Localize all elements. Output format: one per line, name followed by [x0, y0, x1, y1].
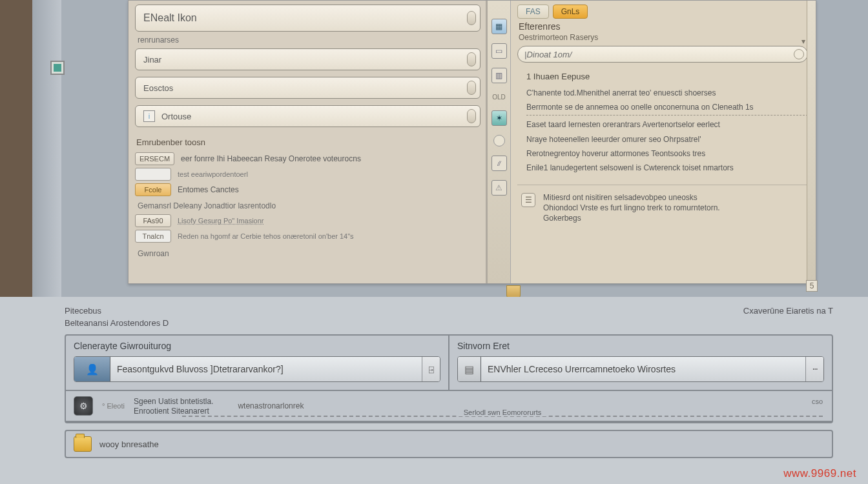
toolbar-chart-icon[interactable]: ⫽	[491, 156, 507, 171]
column-title: Clenerayte Giwrouiturog	[74, 341, 440, 351]
note-box: ☰ Mitiesrd ont nisitiren selsadevobpeo u…	[517, 185, 808, 227]
row-item: Tnalcn Reden na hgomf ar Cerbie tehos on…	[135, 230, 480, 243]
card-columns: Clenerayte Giwrouiturog 👤 Feasontgukvd B…	[66, 336, 832, 391]
combo-text: Feasontgukvd Bluvoss ]Dtetrararvankor?]	[110, 364, 422, 374]
chip-button[interactable]: Fcole	[135, 183, 171, 196]
dash-label: Serlodl swn Eomororurts	[459, 408, 546, 416]
body-line: Rerotnegrentoy hoverur attormones Teonts…	[526, 148, 808, 159]
row-text: test eeariwpordentoerl	[178, 170, 248, 178]
tab-fas[interactable]: FAS	[517, 5, 549, 19]
toolbar-box-icon[interactable]: ▭	[491, 43, 507, 59]
row-item: test eeariwpordentoerl	[135, 168, 480, 181]
toolbar-dot-icon[interactable]	[493, 135, 505, 146]
row2-extra: wtenastronarlonrek	[238, 401, 304, 410]
row-text: eer fonrre Ihi Habeecan Resay Onerotee v…	[181, 154, 361, 163]
column-2: Sitnvorn Eret ▤ ENVhler LCreceso Urerrca…	[448, 336, 832, 390]
lower-meta-row: Pitecebus Cxaverûne Eiaretis na T	[65, 306, 833, 316]
meta-sub: Belteanansi Arostendores D	[65, 318, 833, 328]
row-text: Reden na hgomf ar Cerbie tehos onæretoni…	[178, 232, 354, 240]
field-3-text: Eosctos	[143, 83, 173, 93]
card-row: ⚙ ° Eleoti Sgeen Uatist bntetistla. Enro…	[66, 391, 832, 422]
note-line: Mitiesrd ont nisitiren selsadevobpeo une…	[543, 193, 720, 202]
detail-body: 1 Ihuaen Eepuse C'hanente tod.Mhenithel …	[517, 72, 808, 173]
toolbar-picture-icon[interactable]: ▦	[491, 19, 507, 34]
column-title: Sitnvorn Eret	[457, 341, 824, 351]
corner-square[interactable]: 5	[806, 280, 818, 292]
title-sublabel: renrunarses	[138, 35, 480, 45]
body-line: Nraye hoteenellen leeurder omurer seo Oh…	[526, 134, 808, 145]
row-link[interactable]: Lisofy Gesurg Po" Imasionr	[178, 217, 264, 225]
person-icon: 👤	[74, 357, 110, 381]
body-line: Easet taard Iernesten orerantrars Averte…	[526, 119, 808, 130]
scrollbar[interactable]	[807, 1, 816, 283]
vertical-toolbar: ▦ ▭ ▥ OLD ✶ ⫽ ⚠	[488, 1, 511, 283]
search-input[interactable]: |Dinoat 1om/	[517, 46, 808, 63]
section-header: Emrubenber toosn	[136, 137, 480, 147]
toolbar-page-icon[interactable]: ▥	[491, 68, 507, 83]
subsection-label: Gemansrl Deleany Jonadtior lasrentodlo	[138, 201, 480, 210]
row2-line: Enrootient Siteanarert	[134, 407, 213, 416]
chip-button[interactable]: ERSECM	[135, 152, 174, 165]
toolbar-link-icon[interactable]: ✶	[491, 110, 507, 126]
detail-subtitle: Oestrimorteon Raserys	[519, 33, 808, 42]
combo-text: ENVhler LCreceso Urerrcamnetoeko Wirosrt…	[481, 364, 805, 374]
info-icon: i	[143, 110, 155, 122]
row2-small: ° Eleoti	[102, 402, 125, 410]
field-2[interactable]: Jinar	[135, 48, 480, 70]
search-placeholder: |Dinoat 1om/	[524, 50, 572, 59]
tab-bar: FAS GnLs	[517, 5, 808, 19]
rail-app-icon[interactable]	[50, 61, 65, 75]
chip-button[interactable]	[135, 168, 171, 181]
row-item: ERSECM eer fonrre Ihi Habeecan Resay One…	[135, 152, 480, 165]
collapse-chevron-icon[interactable]: ▾	[801, 37, 805, 46]
toolbar-warning-icon[interactable]: ⚠	[491, 180, 507, 196]
lower-card-2[interactable]: wooy bnresathe	[65, 430, 833, 458]
meta-right: Cxaverûne Eiaretis na T	[743, 306, 833, 316]
combo-selector-2[interactable]: ▤ ENVhler LCreceso Urerrcamnetoeko Wiros…	[457, 356, 824, 382]
row-text: Entomes Canctes	[178, 185, 239, 194]
tab-gnls[interactable]: GnLs	[553, 5, 588, 19]
chip-button[interactable]: FAs90	[135, 214, 171, 227]
upper-window: ENealt Ikon renrunarses Jinar Eosctos i …	[128, 0, 816, 284]
combo-end-icon[interactable]: ⍈	[422, 357, 440, 381]
combo-selector-1[interactable]: 👤 Feasontgukvd Bluvoss ]Dtetrararvankor?…	[74, 356, 440, 382]
body-line: Berrmonte se de annemea oo onelle oncone…	[526, 102, 808, 116]
lower-card-1: Clenerayte Giwrouiturog 👤 Feasontgukvd B…	[65, 334, 833, 423]
toolbar-label: OLD	[491, 92, 507, 101]
note-text: Mitiesrd ont nisitiren selsadevobpeo une…	[543, 192, 720, 224]
row-item: Fcole Entomes Canctes	[135, 183, 480, 196]
field-endcap-icon[interactable]	[467, 11, 476, 25]
pane-footer-label: Gwnroan	[138, 249, 480, 258]
combo-end-icon[interactable]: ⵈ	[805, 357, 823, 381]
document-icon: ▤	[458, 357, 481, 381]
field-endcap-icon[interactable]	[467, 81, 476, 95]
body-line: Enile1 lanudegertent selsowenl is Cwtere…	[526, 163, 808, 173]
row2-line: Sgeen Uatist bntetistla.	[134, 397, 213, 406]
field-2-text: Jinar	[143, 55, 161, 65]
gear-icon[interactable]: ⚙	[74, 396, 93, 416]
field-endcap-icon[interactable]	[467, 52, 476, 66]
row2-number: cso	[812, 398, 823, 405]
card2-text: wooy bnresathe	[99, 439, 159, 449]
field-3[interactable]: Eosctos	[135, 77, 480, 99]
lower-panel: Pitecebus Cxaverûne Eiaretis na T Beltea…	[0, 297, 868, 484]
title-field-text: ENealt Ikon	[143, 12, 197, 24]
folder-icon	[74, 436, 92, 452]
body-title: 1 Ihuaen Eepuse	[526, 72, 808, 81]
detail-title: Efterenres	[519, 21, 808, 32]
flag-tab-icon[interactable]	[506, 285, 521, 298]
title-field[interactable]: ENealt Ikon	[135, 5, 480, 32]
watermark: www.9969.net	[783, 467, 856, 480]
form-pane: ENealt Ikon renrunarses Jinar Eosctos i …	[129, 1, 488, 283]
note-icon: ☰	[521, 193, 535, 207]
field-4[interactable]: i Ortouse	[135, 105, 480, 127]
note-line: Gokerbegs	[543, 214, 720, 223]
field-endcap-icon[interactable]	[467, 109, 476, 123]
row2-stack: Sgeen Uatist bntetistla. Enrootient Site…	[134, 397, 213, 416]
dashed-divider: Serlodl swn Eomororurts	[182, 416, 823, 417]
detail-pane: ▦ ▭ ▥ OLD ✶ ⫽ ⚠ FAS GnLs Efterenres Oest…	[488, 1, 816, 283]
search-icon[interactable]	[794, 49, 804, 59]
chip-button[interactable]: Tnalcn	[135, 230, 171, 243]
meta-left: Pitecebus	[65, 306, 101, 316]
column-1: Clenerayte Giwrouiturog 👤 Feasontgukvd B…	[66, 336, 448, 390]
